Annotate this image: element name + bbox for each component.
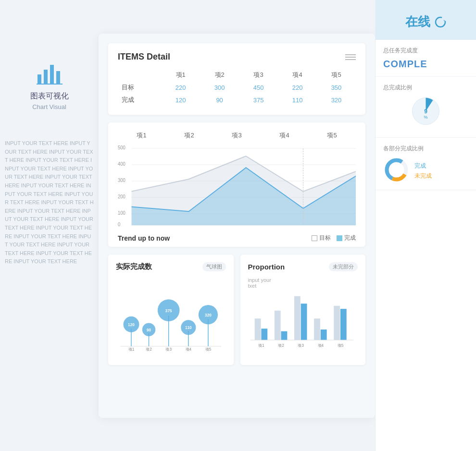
bubble-tag: 气球图 <box>202 262 226 271</box>
legend-complete-label: 完成 <box>414 162 432 170</box>
section-ratio-section: 各部分完成比例 完成 未完成 <box>376 138 476 190</box>
complete-1: 120 <box>161 94 200 106</box>
goal-2: 300 <box>200 81 239 94</box>
subtitle-line1: input your <box>248 277 271 283</box>
online-section: 在线 <box>376 0 476 40</box>
proportion-card: Proportion 未完部分 input your txet <box>240 255 366 365</box>
chart-x-labels: 项1 项2 项3 项4 项5 <box>118 131 356 140</box>
x-label-5: 项5 <box>327 131 337 140</box>
goal-1: 220 <box>161 81 200 94</box>
legend-incomplete-label: 未完成 <box>414 172 432 180</box>
complete-2: 90 <box>200 94 239 106</box>
pie-wrapper: 9 % <box>383 96 468 127</box>
svg-text:%: % <box>424 115 427 120</box>
svg-text:500: 500 <box>118 145 125 150</box>
table-row-complete: 完成 120 90 375 110 320 <box>118 94 356 106</box>
line-chart: 500 400 300 200 100 0 <box>118 144 356 230</box>
svg-rect-49 <box>334 306 340 340</box>
goal-5: 350 <box>317 81 356 94</box>
trend-title: Trend up to now <box>118 234 170 242</box>
proportion-title: Proportion <box>248 263 285 271</box>
legend-complete: 完成 <box>337 234 356 242</box>
svg-text:项3: 项3 <box>165 347 172 352</box>
main-content: ITEMS Detail 项1 项2 项3 项4 项5 目标 220 <box>99 34 375 418</box>
line-chart-card: 项1 项2 项3 项4 项5 500 400 300 200 100 0 <box>108 122 365 247</box>
chart-legend: 目标 完成 <box>312 234 356 242</box>
complete-ratio-label: 总完成比例 <box>383 84 468 92</box>
left-sidebar: 图表可视化 Chart Visual INPUT YOUR TEXT HERE … <box>0 0 99 451</box>
online-row: 在线 <box>383 13 468 30</box>
online-label: 在线 <box>405 13 430 30</box>
legend-goal-box <box>312 235 317 241</box>
svg-text:375: 375 <box>165 309 172 313</box>
row-label-goal: 目标 <box>118 81 161 94</box>
refresh-icon[interactable] <box>434 16 447 28</box>
svg-text:90: 90 <box>147 328 151 332</box>
svg-rect-41 <box>254 318 261 340</box>
svg-text:120: 120 <box>128 323 135 327</box>
svg-text:项1: 项1 <box>128 347 135 352</box>
pie-chart: 9 % <box>410 96 441 127</box>
donut-chart <box>383 157 410 183</box>
proportion-bar-chart: 项1 项2 项3 项4 项5 <box>248 293 358 356</box>
legend-goal: 目标 <box>312 234 331 242</box>
svg-text:项4: 项4 <box>317 343 324 348</box>
logo-subtitle: Chart Visual <box>32 103 66 110</box>
donut-row: 完成 未完成 <box>383 157 468 183</box>
svg-text:项2: 项2 <box>278 343 284 348</box>
bubble-header: 实际完成数 气球图 <box>116 262 226 271</box>
svg-text:9: 9 <box>424 108 427 115</box>
svg-text:项4: 项4 <box>186 347 192 352</box>
svg-text:项5: 项5 <box>337 343 343 348</box>
proportion-subtitle: input your txet <box>248 277 358 289</box>
total-task-section: 总任务完成度 COMPLE <box>376 40 476 77</box>
svg-rect-1 <box>44 70 48 84</box>
svg-text:100: 100 <box>118 210 125 216</box>
col-header-1: 项1 <box>161 69 200 81</box>
section-ratio-label: 各部分完成比例 <box>383 145 468 153</box>
col-header-2: 项2 <box>200 69 239 81</box>
svg-rect-3 <box>56 71 60 84</box>
svg-rect-43 <box>274 311 280 340</box>
svg-text:项5: 项5 <box>205 347 212 352</box>
svg-rect-47 <box>314 318 320 340</box>
x-label-2: 项2 <box>184 131 194 140</box>
goal-4: 220 <box>278 81 317 94</box>
col-header-5: 项5 <box>317 69 356 81</box>
complete-5: 320 <box>317 94 356 106</box>
row-label-complete: 完成 <box>118 94 161 106</box>
x-label-1: 项1 <box>137 131 146 140</box>
svg-rect-48 <box>320 329 326 340</box>
svg-text:项3: 项3 <box>298 343 304 348</box>
x-label-3: 项3 <box>232 131 241 140</box>
bubble-chart-card: 实际完成数 气球图 120 90 <box>108 255 234 365</box>
chart-footer: Trend up to now 目标 完成 <box>118 234 356 242</box>
bubble-chart: 120 90 375 110 320 <box>116 277 226 354</box>
items-detail-card: ITEMS Detail 项1 项2 项3 项4 项5 目标 220 <box>108 43 365 115</box>
svg-rect-0 <box>38 74 41 84</box>
logo-title: 图表可视化 <box>30 91 69 101</box>
svg-rect-45 <box>294 296 300 340</box>
col-header-3: 项3 <box>239 69 278 81</box>
bubble-title: 实际完成数 <box>116 262 152 271</box>
svg-rect-46 <box>301 304 307 340</box>
svg-text:项1: 项1 <box>258 343 264 348</box>
ratio-legend: 完成 未完成 <box>414 162 432 180</box>
items-detail-title: ITEMS Detail <box>118 52 170 62</box>
complete-badge: COMPLE <box>383 59 468 70</box>
svg-text:0: 0 <box>118 222 121 227</box>
complete-4: 110 <box>278 94 317 106</box>
legend-goal-label: 目标 <box>319 234 331 242</box>
proportion-header: Proportion 未完部分 <box>248 262 358 271</box>
col-header-4: 项4 <box>278 69 317 81</box>
svg-rect-2 <box>50 65 54 84</box>
svg-rect-50 <box>340 309 346 340</box>
proportion-tag: 未完部分 <box>329 262 358 271</box>
svg-text:110: 110 <box>185 326 192 330</box>
chart-icon <box>35 58 64 86</box>
table-row-goal: 目标 220 300 450 220 350 <box>118 81 356 94</box>
menu-icon[interactable] <box>345 54 356 60</box>
complete-3: 375 <box>239 94 278 106</box>
legend-complete-box <box>337 235 342 241</box>
subtitle-line2: txet <box>248 283 257 289</box>
